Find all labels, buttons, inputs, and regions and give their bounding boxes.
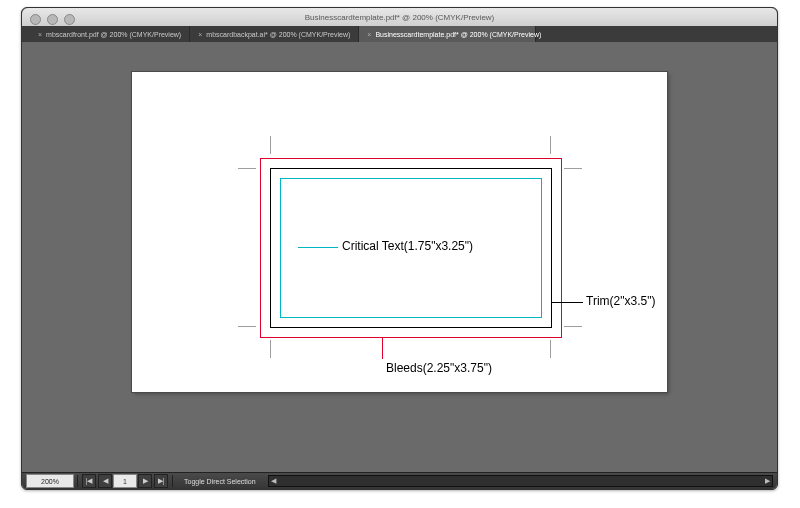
document-tabs: × mbscardfront.pdf @ 200% (CMYK/Preview)… — [22, 26, 777, 42]
close-window-button[interactable] — [30, 14, 41, 25]
app-window: Businesscardtemplate.pdf* @ 200% (CMYK/P… — [21, 7, 778, 490]
close-icon[interactable]: × — [367, 31, 371, 38]
crop-mark — [238, 168, 256, 169]
next-page-button[interactable]: ▶ — [138, 474, 152, 488]
artboard[interactable]: Critical Text(1.75"x3.25") Trim(2"x3.5")… — [132, 72, 667, 392]
tab-label: mbscardbackpat.ai* @ 200% (CMYK/Preview) — [206, 31, 350, 38]
tab-label: mbscardfront.pdf @ 200% (CMYK/Preview) — [46, 31, 181, 38]
canvas-viewport[interactable]: Critical Text(1.75"x3.25") Trim(2"x3.5")… — [22, 42, 777, 473]
selection-mode-label[interactable]: Toggle Direct Selection — [184, 478, 256, 485]
crop-mark — [270, 136, 271, 154]
callout-leader — [298, 247, 338, 248]
scroll-right-icon[interactable]: ▶ — [762, 476, 772, 486]
window-controls — [30, 14, 75, 25]
prev-page-button[interactable]: ◀ — [98, 474, 112, 488]
horizontal-scrollbar[interactable]: ◀ ▶ — [268, 475, 773, 487]
crop-mark — [550, 340, 551, 358]
callout-leader — [551, 302, 583, 303]
minimize-window-button[interactable] — [47, 14, 58, 25]
first-page-button[interactable]: |◀ — [82, 474, 96, 488]
crop-mark — [550, 136, 551, 154]
separator — [172, 475, 173, 487]
crop-mark — [270, 340, 271, 358]
close-icon[interactable]: × — [38, 31, 42, 38]
crop-mark — [564, 168, 582, 169]
separator — [77, 475, 78, 487]
callout-leader — [382, 337, 383, 359]
tab-businesscardtemplate[interactable]: × Businesscardtemplate.pdf* @ 200% (CMYK… — [359, 26, 536, 42]
callout-trim: Trim(2"x3.5") — [586, 294, 655, 308]
crop-mark — [238, 326, 256, 327]
crop-mark — [564, 326, 582, 327]
tab-mbscardbackpat[interactable]: × mbscardbackpat.ai* @ 200% (CMYK/Previe… — [190, 26, 359, 42]
status-bar: 200% |◀ ◀ 1 ▶ ▶| Toggle Direct Selection… — [22, 472, 777, 489]
callout-critical-text: Critical Text(1.75"x3.25") — [342, 239, 473, 253]
titlebar: Businesscardtemplate.pdf* @ 200% (CMYK/P… — [22, 8, 777, 27]
zoom-level-field[interactable]: 200% — [26, 474, 74, 488]
scroll-left-icon[interactable]: ◀ — [269, 476, 279, 486]
tab-label: Businesscardtemplate.pdf* @ 200% (CMYK/P… — [375, 31, 541, 38]
zoom-window-button[interactable] — [64, 14, 75, 25]
page-number-field[interactable]: 1 — [113, 474, 137, 488]
callout-bleeds: Bleeds(2.25"x3.75") — [386, 361, 492, 375]
close-icon[interactable]: × — [198, 31, 202, 38]
window-title: Businesscardtemplate.pdf* @ 200% (CMYK/P… — [305, 13, 495, 22]
last-page-button[interactable]: ▶| — [154, 474, 168, 488]
tab-mbscardfront[interactable]: × mbscardfront.pdf @ 200% (CMYK/Preview) — [30, 26, 190, 42]
